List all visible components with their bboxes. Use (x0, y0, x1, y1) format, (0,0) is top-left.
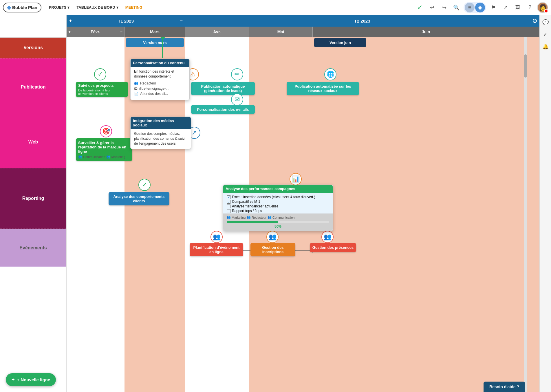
today-arrow (160, 37, 166, 40)
scrollbar-track[interactable] (524, 37, 527, 392)
analyse-comportements-title: Analyse des comportements clients (111, 194, 167, 203)
logo[interactable]: ◆ Bubble Plan (3, 3, 41, 12)
chat-icon[interactable]: 💬 (541, 17, 550, 27)
today-marker (162, 37, 163, 58)
integration-social-title: Intégration des médias sociaux (131, 117, 191, 129)
pub-social-title: Publication automatisée sur les réseaux … (289, 84, 357, 93)
nav-projets[interactable]: PROJETS ▾ (47, 4, 72, 11)
scrollbar-thumb[interactable] (524, 54, 527, 78)
month-juin: Juin (313, 27, 539, 37)
bubble-view-icon[interactable]: ◆ (475, 3, 485, 12)
notification-badge (544, 9, 548, 13)
gestion-presences-bubble[interactable]: Gestion des présences (310, 243, 356, 252)
month-mai: Mai (249, 27, 313, 37)
month-row: + Févr. − Mars Avr. Mai Juin (67, 27, 539, 37)
nav-meeting[interactable]: MEETING (123, 4, 145, 11)
quarter-t1: + T1 2023 − (67, 15, 185, 27)
fevr-minus[interactable]: − (120, 30, 122, 34)
perso-emails-title: Personnalisation des e-mails (193, 107, 252, 112)
assignee-communication-2: 👥Communication (268, 216, 294, 219)
pub-social-icon: 🌐 (324, 68, 336, 80)
fevr-label: Févr. (91, 30, 100, 34)
suivi-prospects-bubble[interactable]: Suivi des prospects De la génération à l… (76, 82, 128, 97)
redo-icon[interactable]: ↪ (439, 3, 449, 12)
doc-icon: 📄 (134, 92, 138, 96)
check-icon[interactable]: ✓ (415, 3, 425, 12)
checkbox-1 (227, 195, 230, 199)
nav-tableaux-label: TABLEAUX DE BORD (76, 5, 115, 10)
web-label: Web (28, 139, 38, 145)
planification-bubble[interactable]: Planification d'évènement en ligne (190, 243, 243, 256)
pub-auto-bubble[interactable]: Publication automatique (génération de l… (191, 82, 255, 95)
row-label-evenements[interactable]: Evénements (0, 229, 66, 267)
share-icon[interactable]: ↗ (501, 3, 510, 12)
row-label-web[interactable]: Web (0, 116, 66, 168)
progress-area: 50% (223, 219, 333, 231)
analyse-performances-popup[interactable]: Analyse des performances campagnes Excel… (223, 185, 333, 231)
assignee-marketing-2: 👥Marketing (227, 216, 246, 219)
check-label-2: Comparatif vs M-1 (232, 200, 260, 204)
q1-plus-icon[interactable]: + (69, 18, 72, 24)
image-icon[interactable]: 🖼 (513, 3, 523, 12)
reporting-label: Reporting (22, 196, 44, 201)
q1-minus-icon[interactable]: − (180, 18, 183, 24)
row-label-reporting[interactable]: Reporting (0, 168, 66, 229)
divider-web (67, 168, 539, 169)
timeline-grid: Version mars Version juin ✓ Suivi des pr… (67, 37, 539, 392)
version-juin-label: Version juin (329, 41, 351, 45)
q1-label: T1 2023 (118, 19, 134, 23)
version-juin-banner[interactable]: Version juin (314, 38, 366, 47)
help-icon[interactable]: ? (525, 3, 535, 12)
nav-meeting-label: MEETING (125, 5, 142, 10)
pub-social-bubble[interactable]: Publication automatisée sur les réseaux … (287, 82, 359, 95)
checkbox-2 (227, 200, 230, 204)
progress-bar-container (227, 221, 329, 223)
pub-auto-title: Publication automatique (génération de l… (193, 84, 252, 93)
personnalisation-popup-title: Personnalisation du contenu (131, 59, 189, 67)
publication-label: Publication (21, 84, 45, 90)
integration-social-popup[interactable]: Intégration des médias sociaux Gestion d… (130, 117, 191, 149)
bell-icon[interactable]: 🔔 (541, 42, 550, 51)
personnalisation-popup[interactable]: Personnalisation du contenu En fonction … (130, 59, 190, 100)
personnalisation-item-2: 🖼 illus-temoignage-... (134, 87, 186, 91)
perso-emails-bubble[interactable]: Personnalisation des e-mails (191, 105, 255, 114)
sidebar-header (0, 15, 66, 38)
pub-auto-icon: ✏ (231, 68, 243, 80)
tasks-icon[interactable]: ✓ (541, 30, 550, 39)
user-avatar[interactable]: 👩 (537, 2, 548, 13)
personnalisation-item-1: 👥 Rédacteur (134, 81, 186, 85)
gestion-inscriptions-bubble[interactable]: Gestion des inscriptions (250, 243, 295, 256)
planification-title: Planification d'évènement en ligne (192, 245, 241, 254)
gestion-presences-title: Gestion des présences (312, 245, 354, 250)
row-label-publication[interactable]: Publication (0, 58, 66, 116)
avr-label: Avr. (213, 30, 221, 34)
q2-label: T2 2023 (354, 19, 370, 23)
help-banner[interactable]: Besoin d'aide ? (484, 382, 525, 392)
search-icon[interactable]: 🔍 (451, 3, 461, 12)
check-label-1: Excel : insertion données (clics users &… (232, 195, 315, 199)
nav-tableaux[interactable]: TABLEAUX DE BORD ▾ (74, 4, 120, 11)
analyse-performances-title: Analyse des performances campagnes (223, 185, 333, 193)
gestion-presences-icon: 👥 (321, 231, 334, 243)
mars-label: Mars (150, 30, 160, 34)
progress-bar-fill (227, 221, 278, 223)
suivi-prospects-title: Suivi des prospects (78, 83, 126, 88)
fevr-plus[interactable]: + (68, 30, 71, 34)
assignee-communication: 👥Communication (78, 155, 105, 159)
nouvelle-ligne-label: + Nouvelle ligne (17, 377, 50, 382)
flag-icon[interactable]: ⚑ (488, 3, 498, 12)
help-banner-label: Besoin d'aide ? (489, 384, 519, 389)
analyse-comportements-bubble[interactable]: Analyse des comportements clients (109, 192, 169, 205)
undo-icon[interactable]: ↩ (427, 3, 437, 12)
plus-icon: + (12, 377, 15, 383)
personnalisation-popup-desc: En fonction des intérêts et données comp… (134, 69, 186, 79)
version-mars-banner[interactable]: Version mars (126, 38, 184, 47)
personnalisation-item-3: 📄 Attendus-des-cli... (134, 92, 186, 96)
list-view-icon[interactable]: ≡ (465, 3, 475, 12)
view-toggle: ≡ ◆ (464, 2, 486, 13)
people-icon: 👥 (134, 81, 138, 85)
surveiller-bubble[interactable]: Surveiller & gérer la réputation de la m… (76, 138, 132, 161)
nouvelle-ligne-button[interactable]: + + Nouvelle ligne (6, 373, 56, 386)
surveiller-title: Surveiller & gérer la réputation de la m… (78, 141, 130, 154)
row-label-versions[interactable]: Versions (0, 38, 66, 58)
